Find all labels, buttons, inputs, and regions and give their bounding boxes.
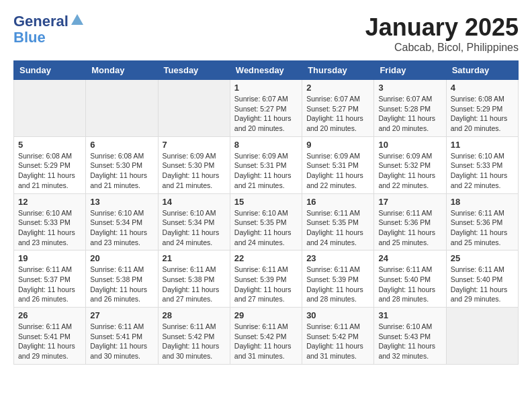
calendar-cell: 6Sunrise: 6:08 AMSunset: 5:30 PMDaylight… [86, 136, 158, 193]
day-number: 30 [306, 310, 369, 320]
day-number: 4 [451, 83, 514, 93]
calendar-cell [158, 80, 230, 137]
day-info: Sunrise: 6:07 AMSunset: 5:28 PMDaylight:… [378, 94, 441, 134]
weekday-header-wednesday: Wednesday [230, 61, 302, 80]
day-number: 28 [163, 310, 226, 320]
day-info: Sunrise: 6:11 AMSunset: 5:40 PMDaylight:… [451, 265, 514, 304]
day-info: Sunrise: 6:11 AMSunset: 5:36 PMDaylight:… [451, 208, 514, 248]
logo-text: General [13, 13, 69, 30]
day-info: Sunrise: 6:10 AMSunset: 5:35 PMDaylight:… [234, 208, 298, 248]
logo-icon [70, 13, 85, 28]
calendar-cell: 21Sunrise: 6:11 AMSunset: 5:38 PMDayligh… [158, 250, 230, 308]
day-number: 22 [234, 253, 298, 263]
calendar-cell: 13Sunrise: 6:10 AMSunset: 5:34 PMDayligh… [86, 193, 158, 250]
calendar-cell: 19Sunrise: 6:11 AMSunset: 5:37 PMDayligh… [14, 250, 86, 308]
day-info: Sunrise: 6:10 AMSunset: 5:43 PMDaylight:… [378, 322, 441, 361]
day-info: Sunrise: 6:11 AMSunset: 5:38 PMDaylight:… [163, 265, 226, 304]
calendar-cell: 28Sunrise: 6:11 AMSunset: 5:42 PMDayligh… [158, 308, 230, 365]
weekday-header-saturday: Saturday [446, 61, 518, 80]
calendar-cell: 30Sunrise: 6:11 AMSunset: 5:42 PMDayligh… [302, 308, 374, 365]
day-number: 3 [378, 83, 441, 93]
calendar-cell: 24Sunrise: 6:11 AMSunset: 5:40 PMDayligh… [374, 250, 446, 308]
calendar-week-row: 12Sunrise: 6:10 AMSunset: 5:33 PMDayligh… [14, 193, 519, 250]
day-info: Sunrise: 6:09 AMSunset: 5:31 PMDaylight:… [306, 151, 369, 191]
day-number: 1 [234, 83, 298, 93]
calendar-cell: 9Sunrise: 6:09 AMSunset: 5:31 PMDaylight… [302, 136, 374, 193]
calendar-cell: 15Sunrise: 6:10 AMSunset: 5:35 PMDayligh… [230, 193, 302, 250]
day-number: 10 [378, 140, 441, 150]
day-number: 8 [234, 140, 298, 150]
weekday-header-row: SundayMondayTuesdayWednesdayThursdayFrid… [14, 61, 519, 80]
day-info: Sunrise: 6:11 AMSunset: 5:38 PMDaylight:… [90, 265, 153, 304]
logo: General Blue [13, 13, 85, 46]
weekday-header-tuesday: Tuesday [158, 61, 230, 80]
day-number: 18 [451, 197, 514, 207]
day-number: 21 [163, 253, 226, 263]
calendar-cell: 22Sunrise: 6:11 AMSunset: 5:39 PMDayligh… [230, 250, 302, 308]
day-info: Sunrise: 6:09 AMSunset: 5:31 PMDaylight:… [234, 151, 298, 191]
day-info: Sunrise: 6:11 AMSunset: 5:42 PMDaylight:… [306, 322, 369, 361]
day-number: 11 [451, 140, 514, 150]
month-title: January 2025 [365, 13, 519, 42]
day-number: 9 [306, 140, 369, 150]
day-number: 14 [163, 197, 226, 207]
day-info: Sunrise: 6:10 AMSunset: 5:33 PMDaylight:… [451, 151, 514, 191]
calendar-cell: 3Sunrise: 6:07 AMSunset: 5:28 PMDaylight… [374, 80, 446, 137]
day-number: 2 [306, 83, 369, 93]
calendar-cell: 17Sunrise: 6:11 AMSunset: 5:36 PMDayligh… [374, 193, 446, 250]
calendar-week-row: 5Sunrise: 6:08 AMSunset: 5:29 PMDaylight… [14, 136, 519, 193]
calendar-cell: 18Sunrise: 6:11 AMSunset: 5:36 PMDayligh… [446, 193, 518, 250]
day-info: Sunrise: 6:11 AMSunset: 5:35 PMDaylight:… [306, 208, 369, 248]
calendar-cell: 8Sunrise: 6:09 AMSunset: 5:31 PMDaylight… [230, 136, 302, 193]
day-info: Sunrise: 6:08 AMSunset: 5:30 PMDaylight:… [90, 151, 153, 191]
calendar-cell: 2Sunrise: 6:07 AMSunset: 5:27 PMDaylight… [302, 80, 374, 137]
calendar-cell [14, 80, 86, 137]
day-info: Sunrise: 6:10 AMSunset: 5:33 PMDaylight:… [18, 208, 81, 248]
calendar-table: SundayMondayTuesdayWednesdayThursdayFrid… [13, 60, 519, 365]
weekday-header-thursday: Thursday [302, 61, 374, 80]
day-number: 13 [90, 197, 153, 207]
title-section: January 2025 Cabcab, Bicol, Philippines [365, 13, 519, 54]
weekday-header-monday: Monday [86, 61, 158, 80]
day-info: Sunrise: 6:11 AMSunset: 5:41 PMDaylight:… [90, 322, 153, 361]
day-number: 17 [378, 197, 441, 207]
calendar-cell: 11Sunrise: 6:10 AMSunset: 5:33 PMDayligh… [446, 136, 518, 193]
day-number: 26 [18, 310, 81, 320]
calendar-cell: 31Sunrise: 6:10 AMSunset: 5:43 PMDayligh… [374, 308, 446, 365]
svg-marker-0 [71, 14, 83, 25]
calendar-cell: 1Sunrise: 6:07 AMSunset: 5:27 PMDaylight… [230, 80, 302, 137]
day-info: Sunrise: 6:10 AMSunset: 5:34 PMDaylight:… [163, 208, 226, 248]
day-info: Sunrise: 6:11 AMSunset: 5:41 PMDaylight:… [18, 322, 81, 361]
weekday-header-sunday: Sunday [14, 61, 86, 80]
day-info: Sunrise: 6:07 AMSunset: 5:27 PMDaylight:… [306, 94, 369, 134]
day-info: Sunrise: 6:07 AMSunset: 5:27 PMDaylight:… [234, 94, 298, 134]
day-number: 12 [18, 197, 81, 207]
calendar-cell: 25Sunrise: 6:11 AMSunset: 5:40 PMDayligh… [446, 250, 518, 308]
calendar-cell: 10Sunrise: 6:09 AMSunset: 5:32 PMDayligh… [374, 136, 446, 193]
weekday-header-friday: Friday [374, 61, 446, 80]
day-number: 15 [234, 197, 298, 207]
day-number: 25 [451, 253, 514, 263]
calendar-cell [86, 80, 158, 137]
day-number: 24 [378, 253, 441, 263]
calendar-cell: 7Sunrise: 6:09 AMSunset: 5:30 PMDaylight… [158, 136, 230, 193]
calendar-week-row: 26Sunrise: 6:11 AMSunset: 5:41 PMDayligh… [14, 308, 519, 365]
calendar-cell [446, 308, 518, 365]
day-info: Sunrise: 6:11 AMSunset: 5:42 PMDaylight:… [234, 322, 298, 361]
day-number: 27 [90, 310, 153, 320]
day-number: 5 [18, 140, 81, 150]
calendar-cell: 29Sunrise: 6:11 AMSunset: 5:42 PMDayligh… [230, 308, 302, 365]
day-info: Sunrise: 6:08 AMSunset: 5:29 PMDaylight:… [18, 151, 81, 191]
calendar-cell: 14Sunrise: 6:10 AMSunset: 5:34 PMDayligh… [158, 193, 230, 250]
day-info: Sunrise: 6:10 AMSunset: 5:34 PMDaylight:… [90, 208, 153, 248]
day-number: 16 [306, 197, 369, 207]
day-info: Sunrise: 6:09 AMSunset: 5:30 PMDaylight:… [163, 151, 226, 191]
day-number: 31 [378, 310, 441, 320]
page-header: General Blue January 2025 Cabcab, Bicol,… [13, 13, 519, 54]
day-number: 23 [306, 253, 369, 263]
calendar-cell: 12Sunrise: 6:10 AMSunset: 5:33 PMDayligh… [14, 193, 86, 250]
day-info: Sunrise: 6:11 AMSunset: 5:37 PMDaylight:… [18, 265, 81, 304]
day-info: Sunrise: 6:11 AMSunset: 5:39 PMDaylight:… [234, 265, 298, 304]
calendar-cell: 26Sunrise: 6:11 AMSunset: 5:41 PMDayligh… [14, 308, 86, 365]
day-number: 7 [163, 140, 226, 150]
